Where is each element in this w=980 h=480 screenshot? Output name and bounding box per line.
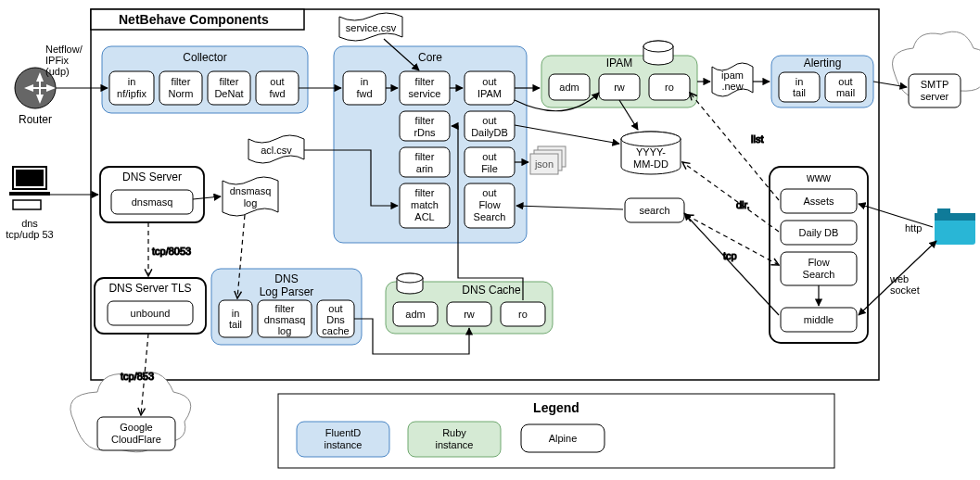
svg-text:Log Parser: Log Parser	[260, 285, 314, 298]
svg-text:.new: .new	[721, 81, 743, 92]
svg-text:in: in	[128, 76, 136, 87]
svg-text:tail: tail	[793, 87, 806, 98]
dns-cache-group: DNS Cache adm rw ro	[386, 273, 553, 334]
svg-text:service: service	[409, 88, 441, 99]
google-cloud-icon: Google CloudFlare	[70, 373, 191, 452]
svg-text:dns: dns	[21, 218, 38, 229]
svg-text:in: in	[795, 76, 804, 87]
svg-text:dir.: dir.	[736, 199, 750, 210]
core-group: Core in fwd filter service filter rDns f…	[334, 46, 527, 243]
svg-text:dnsmasq: dnsmasq	[132, 196, 173, 208]
svg-line-138	[516, 206, 623, 209]
svg-text:search: search	[639, 205, 669, 216]
www-group: www Assets Daily DB Flow Search middle	[770, 167, 868, 343]
svg-text:DailyDB: DailyDB	[471, 127, 508, 138]
dns-log-parser-group: DNS Log Parser in tail filter dnsmasq lo…	[211, 269, 362, 345]
svg-text:out: out	[270, 76, 284, 87]
svg-text:rw: rw	[464, 309, 475, 320]
svg-rect-8	[9, 192, 50, 196]
client-pc-icon	[9, 167, 50, 209]
svg-text:arin: arin	[416, 163, 433, 174]
smtp-cloud-icon: SMTP server	[893, 32, 981, 107]
svg-text:tcp/udp 53: tcp/udp 53	[6, 229, 53, 240]
svg-text:filter: filter	[415, 115, 435, 126]
svg-rect-7	[16, 170, 44, 186]
svg-point-50	[643, 41, 673, 52]
svg-point-86	[397, 273, 423, 283]
svg-text:unbound: unbound	[131, 308, 171, 319]
svg-text:adm: adm	[559, 82, 579, 93]
svg-text:out: out	[482, 151, 496, 162]
svg-text:Daily DB: Daily DB	[799, 227, 839, 238]
svg-text:out: out	[328, 303, 342, 314]
collector-group: Collector in nf/ipfix filter Norm filter…	[102, 46, 308, 113]
svg-text:FluentD: FluentD	[325, 427, 362, 438]
svg-text:filter: filter	[172, 76, 191, 87]
svg-text:Flow: Flow	[478, 199, 500, 210]
svg-text:out: out	[482, 76, 496, 87]
dns-server-group: DNS Server dnsmasq	[100, 167, 204, 222]
svg-text:cache: cache	[322, 325, 349, 336]
http-label: http	[905, 222, 922, 234]
svg-text:Flow: Flow	[808, 257, 829, 268]
svg-text:Dns: Dns	[326, 314, 345, 325]
svg-text:IPAM: IPAM	[477, 88, 502, 99]
svg-text:rw: rw	[614, 82, 625, 93]
svg-text:socket: socket	[890, 284, 920, 296]
svg-text:Ruby: Ruby	[442, 427, 466, 438]
ipamnew-doc-icon: ipam .new	[712, 63, 753, 96]
svg-text:dnsmasq: dnsmasq	[264, 314, 306, 325]
svg-text:ACL: ACL	[414, 211, 434, 222]
svg-text:YYYY-: YYYY-	[636, 146, 666, 158]
svg-text:tcp/8053: tcp/8053	[152, 246, 191, 257]
svg-text:(udp): (udp)	[45, 66, 70, 77]
dns-cache-db-icon	[397, 273, 423, 294]
svg-text:Search: Search	[474, 211, 506, 222]
svg-text:CloudFlare: CloudFlare	[111, 434, 161, 445]
svg-rect-107	[935, 213, 975, 221]
svg-text:DeNat: DeNat	[214, 88, 243, 99]
svg-text:filter: filter	[415, 76, 435, 87]
svg-text:Search: Search	[803, 269, 835, 280]
svg-text:match: match	[411, 199, 439, 210]
dnsmasq-log-doc-icon: dnsmasq log	[223, 177, 278, 216]
svg-text:filter: filter	[415, 187, 435, 198]
ipam-group: IPAM adm rw ro	[541, 41, 697, 107]
svg-text:SMTP: SMTP	[921, 79, 949, 90]
svg-text:filter: filter	[415, 151, 435, 162]
svg-rect-9	[13, 200, 41, 209]
json-stack-icon: json	[530, 146, 566, 174]
svg-text:dnsmasq: dnsmasq	[230, 185, 272, 196]
svg-text:fwd: fwd	[356, 88, 372, 99]
svg-text:instance: instance	[436, 439, 474, 450]
netflow-label: Netflow/	[45, 44, 83, 55]
svg-line-144	[690, 93, 779, 200]
svg-text:Norm: Norm	[169, 88, 194, 99]
svg-text:list: list	[751, 133, 763, 145]
svg-text:ro: ro	[665, 82, 674, 93]
acl-csv-doc-icon: acl.csv	[248, 135, 304, 163]
svg-text:instance: instance	[325, 439, 363, 450]
svg-text:log: log	[244, 197, 258, 208]
svg-text:filter: filter	[275, 303, 295, 314]
frame-title: NetBehave Components	[119, 12, 269, 27]
svg-text:ro: ro	[518, 309, 528, 320]
svg-text:middle: middle	[804, 314, 834, 325]
svg-text:log: log	[278, 325, 292, 336]
svg-text:Legend: Legend	[533, 400, 579, 415]
svg-text:Assets: Assets	[803, 196, 834, 207]
svg-rect-108	[937, 208, 950, 214]
svg-text:MM-DD: MM-DD	[633, 158, 668, 170]
svg-text:Router: Router	[19, 113, 52, 126]
svg-text:filter: filter	[220, 76, 239, 87]
svg-line-129	[515, 125, 619, 144]
svg-text:File: File	[481, 163, 498, 174]
ipam-db-icon	[643, 41, 673, 65]
svg-text:out: out	[838, 76, 852, 87]
yyyymmdd-db-icon: YYYY- MM-DD	[621, 132, 681, 174]
svg-text:ipam: ipam	[721, 69, 744, 81]
svg-point-92	[621, 132, 681, 146]
svg-text:Google: Google	[120, 422, 152, 433]
legend-box: Legend FluentD instance Ruby instance Al…	[278, 394, 834, 468]
svg-text:DNS: DNS	[274, 272, 298, 285]
